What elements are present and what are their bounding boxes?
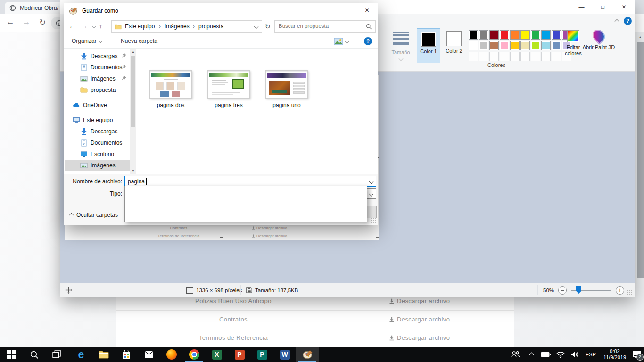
scroll-up-icon[interactable]: ▲ — [130, 49, 136, 55]
new-folder-button[interactable]: Nueva carpeta — [121, 38, 157, 44]
resize-handle-corner[interactable] — [376, 237, 379, 240]
taskbar-paint-active[interactable] — [296, 347, 319, 362]
sidebar-item-descargas[interactable]: Descargas — [65, 50, 130, 62]
taskbar-powerpoint[interactable]: P — [228, 347, 251, 362]
start-button[interactable] — [0, 347, 23, 362]
sidebar-item-escritorio[interactable]: Escritorio — [65, 148, 130, 160]
zoom-out-button[interactable]: – — [558, 283, 567, 297]
sidebar-item-documentos[interactable]: Documentos — [65, 62, 130, 73]
palette-swatch[interactable] — [469, 41, 478, 50]
file-item[interactable]: pagina uno — [261, 70, 313, 108]
palette-swatch[interactable] — [500, 41, 509, 50]
wifi-icon[interactable] — [553, 347, 568, 362]
color2-button[interactable]: Color 2 — [442, 28, 466, 63]
recent-locations-icon[interactable] — [92, 24, 97, 29]
minimize-button[interactable]: — — [571, 0, 592, 14]
zoom-slider-handle[interactable] — [576, 286, 581, 294]
close-button[interactable]: ✕ — [613, 0, 635, 14]
paint-help-button[interactable]: ? — [624, 17, 632, 25]
taskbar-excel[interactable]: X — [206, 347, 228, 362]
sidebar-item-onedrive[interactable]: OneDrive — [65, 99, 130, 111]
browser-scrollbar[interactable]: ▲ — [636, 32, 644, 347]
sidebar-item-documentos-2[interactable]: Documentos — [65, 137, 130, 148]
sidebar-item-descargas-2[interactable]: Descargas — [65, 126, 130, 137]
clock[interactable]: 0:02 11/9/2019 — [601, 347, 629, 362]
palette-swatch-empty[interactable] — [479, 52, 488, 61]
sidebar-item-propuesta[interactable]: propuesta — [65, 84, 130, 96]
palette-swatch[interactable] — [479, 30, 488, 40]
file-item[interactable]: pagina tres — [203, 70, 255, 108]
palette-swatch[interactable] — [520, 41, 530, 50]
palette-swatch[interactable] — [541, 41, 551, 50]
filename-input[interactable]: pagina — [124, 176, 376, 187]
task-view-button[interactable] — [45, 347, 68, 362]
crumb-item[interactable]: Imágenes — [165, 23, 190, 30]
dialog-close-button[interactable]: ✕ — [356, 3, 378, 17]
color1-button[interactable]: Color 1 — [417, 28, 440, 63]
taskbar-edge[interactable]: e — [70, 347, 92, 362]
view-mode-button[interactable] — [334, 38, 348, 45]
sidebar-item-este-equipo[interactable]: Este equipo — [65, 115, 130, 126]
back-button[interactable]: ← — [69, 22, 75, 30]
window-resize-grip[interactable] — [627, 289, 633, 295]
sidebar-item-imagenes[interactable]: Imágenes — [65, 73, 130, 84]
volume-icon[interactable] — [568, 347, 582, 362]
forward-button[interactable]: → — [81, 22, 88, 30]
open-paint3d-button[interactable]: Abrir Paint 3D — [582, 29, 616, 50]
taskbar-mail[interactable] — [138, 347, 160, 362]
taskbar-firefox[interactable] — [160, 347, 183, 362]
browser-forward-button[interactable]: → — [21, 17, 32, 27]
maximize-button[interactable]: □ — [592, 0, 613, 14]
palette-swatch-empty[interactable] — [541, 52, 551, 61]
scrollbar-thumb[interactable] — [131, 56, 135, 127]
scroll-down-icon[interactable]: ▼ — [130, 167, 136, 174]
up-button[interactable]: ↑ — [99, 22, 102, 30]
scrollbar-thumb[interactable] — [637, 42, 644, 278]
scroll-up-icon[interactable]: ▲ — [636, 34, 644, 41]
browser-reload-button[interactable]: ↻ — [37, 17, 48, 27]
palette-swatch[interactable] — [489, 30, 499, 40]
download-link[interactable]: Descargar archivo — [389, 297, 450, 304]
palette-swatch[interactable] — [510, 41, 520, 50]
search-box[interactable]: Buscar en propuesta — [274, 20, 376, 33]
dialog-titlebar[interactable]: Guardar como ✕ — [64, 3, 378, 18]
palette-swatch[interactable] — [489, 41, 499, 50]
help-button[interactable]: ? — [364, 37, 372, 45]
size-button[interactable]: Tamaño — [389, 30, 412, 62]
filename-autocomplete-dropdown[interactable] — [124, 186, 367, 222]
browser-back-button[interactable]: ← — [5, 17, 16, 27]
palette-swatch-empty[interactable] — [510, 52, 520, 61]
crumb-item[interactable]: propuesta — [198, 23, 223, 30]
refresh-button[interactable]: ↻ — [265, 23, 271, 30]
taskbar-publisher[interactable]: P — [251, 347, 273, 362]
people-button[interactable] — [508, 347, 522, 362]
palette-swatch[interactable] — [500, 30, 509, 40]
filename-dropdown-icon[interactable] — [369, 180, 374, 184]
palette-swatch-empty[interactable] — [531, 52, 540, 61]
file-item[interactable]: pagina dos — [145, 70, 197, 108]
sidebar-item-imagenes-2[interactable]: Imágenes — [65, 160, 130, 171]
taskbar-search-button[interactable] — [23, 347, 45, 362]
type-dropdown-icon[interactable] — [369, 192, 374, 197]
download-link[interactable]: Descargar archivo — [389, 334, 450, 341]
tray-expand-button[interactable] — [525, 347, 537, 362]
palette-swatch[interactable] — [531, 30, 540, 40]
palette-swatch[interactable] — [469, 30, 478, 40]
palette-swatch-empty[interactable] — [489, 52, 499, 61]
palette-swatch[interactable] — [479, 41, 488, 50]
palette-swatch-empty[interactable] — [500, 52, 509, 61]
sidebar-scrollbar[interactable]: ▲ ▼ — [130, 49, 136, 174]
breadcrumb-dropdown-icon[interactable] — [254, 25, 259, 29]
hide-folders-button[interactable]: Ocultar carpetas — [70, 212, 118, 218]
palette-swatch-empty[interactable] — [520, 52, 530, 61]
taskbar-chrome[interactable] — [183, 347, 206, 362]
language-indicator[interactable]: ESP — [583, 347, 599, 362]
palette-swatch[interactable] — [541, 30, 551, 40]
palette-swatch[interactable] — [531, 41, 540, 50]
palette-swatch[interactable] — [520, 30, 530, 40]
taskbar-word[interactable]: W — [273, 347, 296, 362]
dialog-resize-grip[interactable] — [371, 218, 376, 223]
breadcrumb[interactable]: Este equipo › Imágenes › propuesta — [111, 20, 262, 33]
battery-icon[interactable] — [538, 347, 553, 362]
zoom-in-button[interactable]: + — [616, 283, 624, 297]
